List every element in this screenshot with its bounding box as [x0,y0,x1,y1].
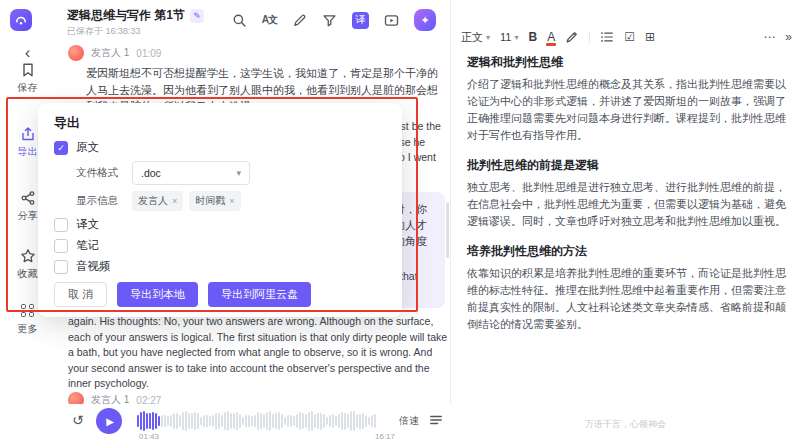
display-info-label: 显示信息 [76,194,132,208]
tag-timestamp[interactable]: 时间戳 × [189,191,240,211]
section-body: 介绍了逻辑和批判性思维的概念及其关系，指出批判性思维需要以论证为中心的非形式逻辑… [467,76,786,144]
section-body: 依靠知识的积累是培养批判性思维的重要环节，而论证是批判性思维的标志性特征。推理在… [467,265,786,333]
app-logo-icon [10,9,32,31]
share-icon [20,190,36,206]
transcript-text-en[interactable]: again. His thoughts: No, your two answer… [68,314,448,393]
current-time: 01:43 [139,432,159,439]
remove-tag-icon[interactable]: × [229,196,234,206]
export-local-button[interactable]: 导出到本地 [117,282,198,307]
checkbox-notes[interactable] [54,239,68,253]
translate-icon[interactable]: A文 [262,13,277,27]
editor-toolbar: 正文 ▾ 11 ▾ B A ☑ ⊞ ⋯ » [461,26,792,48]
summary-section: 批判性思维的前提是逻辑 独立思考、批判性思维是进行独立思考、进行批判性思维的前提… [467,157,786,230]
replay-icon[interactable]: ↺ [72,412,84,428]
back-button[interactable]: ‹ [0,44,55,62]
scrollbar-thumb[interactable] [446,202,449,258]
export-cloud-button[interactable]: 导出到阿里云盘 [208,282,311,307]
checklist-icon[interactable]: ☑ [624,30,635,44]
dialog-title: 导出 [54,114,386,132]
summary-section: 培养批判性思维的方法 依靠知识的积累是培养批判性思维的重要环节，而论证是批判性思… [467,243,786,333]
paragraph-style-select[interactable]: 正文 ▾ [461,30,490,45]
sidebar-item-label: 更多 [18,322,38,336]
chevron-down-icon: ▾ [236,168,241,178]
speaker-name: 发言人 1 [91,393,129,404]
sidebar-item-label: 分享 [18,209,38,223]
total-time: 16:17 [375,432,395,439]
page-title: 逻辑思维与写作 第1节 ✎ [67,7,204,24]
chevron-down-icon: ▾ [486,33,490,42]
checkbox-original-text[interactable]: ✓ [54,141,68,155]
header: 逻辑思维与写作 第1节 ✎ 已保存于 16:38:33 A文 译 ✦ [55,0,450,40]
bookmark-icon [20,62,36,78]
app-window: ‹ 保存 导出 分享 收藏 更多 逻辑思维与写作 第1节 ✎ 已保存于 16:3… [0,0,800,439]
collapse-panel-icon[interactable]: » [785,30,792,44]
video-icon[interactable] [384,13,399,28]
section-body: 独立思考、批判性思维是进行独立思考、进行批判性思维的前提，在信息社会中，批判性思… [467,179,786,230]
file-format-label: 文件格式 [76,166,132,180]
section-heading: 培养批判性思维的方法 [467,243,786,260]
remove-tag-icon[interactable]: × [172,196,177,206]
audio-player: ↺ ▶ 01:43 16:17 倍速 [55,404,451,439]
divider [589,31,590,43]
waveform[interactable] [137,409,377,433]
timestamp[interactable]: 01:09 [136,48,161,59]
star-icon [20,248,36,264]
cancel-button[interactable]: 取 消 [54,282,107,307]
checkbox-media[interactable] [54,260,68,274]
checkbox-translation[interactable] [54,218,68,232]
speaker-row: 发言人 1 01:09 [68,45,161,61]
filter-icon[interactable] [322,13,337,28]
table-icon[interactable]: ⊞ [645,30,655,44]
section-heading: 批判性思维的前提是逻辑 [467,157,786,174]
export-icon [20,126,36,142]
more-options-icon[interactable]: ⋯ [763,30,775,44]
watermark-text: 万语千言，心领神会 [451,418,800,431]
summary-editor-panel: 正文 ▾ 11 ▾ B A ☑ ⊞ ⋯ » 逻辑和批判性思维 介绍了逻辑和批判性… [450,0,800,439]
font-color-button[interactable]: A [547,32,555,43]
tag-speaker[interactable]: 发言人 × [132,191,183,211]
speaker-avatar [68,392,84,404]
play-button[interactable]: ▶ [96,408,122,434]
header-toolbar: A文 译 ✦ [232,9,436,31]
edit-title-icon[interactable]: ✎ [190,9,204,23]
search-icon[interactable] [232,13,247,28]
font-size-select[interactable]: 11 ▾ [500,31,518,43]
sidebar-item-save[interactable]: 保存 [0,62,55,95]
grid-more-icon [21,304,35,318]
playlist-icon[interactable] [429,413,443,431]
timestamp[interactable]: 02:27 [136,395,161,405]
speaker-name: 发言人 1 [91,46,129,60]
playback-speed-button[interactable]: 倍速 [399,414,419,428]
sidebar-item-label: 保存 [18,81,38,95]
chevron-down-icon: ▾ [514,33,518,42]
editor-body[interactable]: 逻辑和批判性思维 介绍了逻辑和批判性思维的概念及其关系，指出批判性思维需要以论证… [467,54,786,346]
export-dialog: 导出 ✓ 原文 文件格式 .doc ▾ 显示信息 发言人 × 时间戳 × [38,103,402,317]
saved-status: 已保存于 16:38:33 [67,25,141,38]
summary-section: 逻辑和批判性思维 介绍了逻辑和批判性思维的概念及其关系，指出批判性思维需要以论证… [467,54,786,144]
sidebar-item-label: 收藏 [18,267,38,281]
sidebar-item-label: 导出 [18,145,38,159]
file-format-select[interactable]: .doc ▾ [132,161,250,185]
edit-icon[interactable] [292,13,307,28]
bullet-list-icon[interactable] [600,30,614,44]
speaker-avatar [68,45,84,61]
highlighter-icon[interactable] [565,30,579,44]
ai-assistant-button[interactable]: ✦ [414,9,436,31]
bold-button[interactable]: B [528,30,537,44]
translate-badge-icon[interactable]: 译 [352,12,369,29]
speaker-row: 发言人 1 02:27 [68,392,161,404]
section-heading: 逻辑和批判性思维 [467,54,786,71]
